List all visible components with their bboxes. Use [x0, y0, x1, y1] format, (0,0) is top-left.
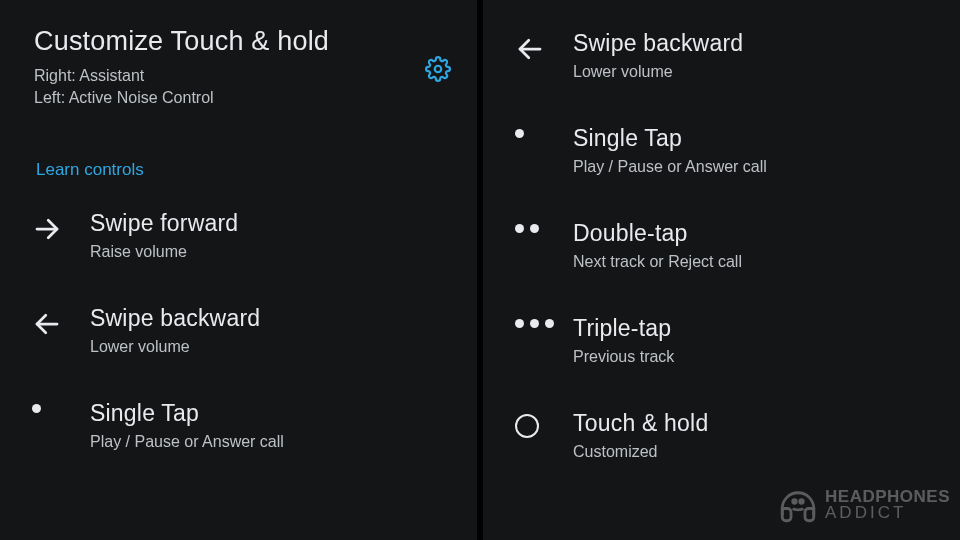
item-desc: Lower volume — [90, 338, 453, 356]
svg-point-4 — [793, 500, 797, 504]
single-dot-icon — [515, 125, 573, 138]
item-touch-hold[interactable]: Touch & hold Customized — [483, 388, 960, 483]
watermark: HEADPHONES ADDICT — [777, 484, 950, 526]
single-dot-icon — [32, 400, 90, 413]
watermark-top: HEADPHONES — [825, 489, 950, 505]
watermark-bottom: ADDICT — [825, 505, 950, 521]
item-title: Single Tap — [90, 400, 453, 427]
gesture-list-left: Swipe forward Raise volume Swipe backwar… — [0, 188, 477, 473]
svg-point-5 — [800, 500, 804, 504]
gear-icon[interactable] — [425, 56, 451, 82]
page-title: Customize Touch & hold — [34, 26, 449, 57]
item-desc: Customized — [573, 443, 936, 461]
svg-point-0 — [435, 66, 442, 73]
circle-icon — [515, 410, 573, 438]
item-title: Swipe backward — [573, 30, 936, 57]
item-single-tap[interactable]: Single Tap Play / Pause or Answer call — [0, 378, 477, 473]
settings-panel-left: Customize Touch & hold Right: Assistant … — [0, 0, 477, 540]
item-swipe-forward[interactable]: Swipe forward Raise volume — [0, 188, 477, 283]
item-text: Swipe forward Raise volume — [90, 210, 453, 261]
item-single-tap[interactable]: Single Tap Play / Pause or Answer call — [483, 103, 960, 198]
triple-dot-icon — [515, 315, 573, 328]
item-text: Swipe backward Lower volume — [90, 305, 453, 356]
item-title: Swipe forward — [90, 210, 453, 237]
item-text: Double-tap Next track or Reject call — [573, 220, 936, 271]
item-desc: Next track or Reject call — [573, 253, 936, 271]
learn-controls-link[interactable]: Learn controls — [36, 160, 477, 180]
item-desc: Previous track — [573, 348, 936, 366]
item-title: Double-tap — [573, 220, 936, 247]
item-title: Single Tap — [573, 125, 936, 152]
item-text: Touch & hold Customized — [573, 410, 936, 461]
item-title: Touch & hold — [573, 410, 936, 437]
item-swipe-backward[interactable]: Swipe backward Lower volume — [0, 283, 477, 378]
double-dot-icon — [515, 220, 573, 233]
item-text: Swipe backward Lower volume — [573, 30, 936, 81]
item-title: Swipe backward — [90, 305, 453, 332]
item-triple-tap[interactable]: Triple-tap Previous track — [483, 293, 960, 388]
arrow-right-icon — [32, 210, 90, 244]
gesture-list-right: Swipe backward Lower volume Single Tap P… — [483, 0, 960, 483]
subtitle-right: Right: Assistant — [34, 65, 449, 87]
item-desc: Raise volume — [90, 243, 453, 261]
item-double-tap[interactable]: Double-tap Next track or Reject call — [483, 198, 960, 293]
item-text: Single Tap Play / Pause or Answer call — [573, 125, 936, 176]
arrow-left-icon — [515, 30, 573, 64]
subtitle: Right: Assistant Left: Active Noise Cont… — [34, 65, 449, 108]
item-text: Single Tap Play / Pause or Answer call — [90, 400, 453, 451]
item-text: Triple-tap Previous track — [573, 315, 936, 366]
settings-panel-right: Swipe backward Lower volume Single Tap P… — [483, 0, 960, 540]
item-desc: Play / Pause or Answer call — [573, 158, 936, 176]
header: Customize Touch & hold Right: Assistant … — [0, 0, 477, 108]
item-desc: Lower volume — [573, 63, 936, 81]
headphones-icon — [777, 484, 819, 526]
item-desc: Play / Pause or Answer call — [90, 433, 453, 451]
item-title: Triple-tap — [573, 315, 936, 342]
arrow-left-icon — [32, 305, 90, 339]
subtitle-left: Left: Active Noise Control — [34, 87, 449, 109]
item-swipe-backward[interactable]: Swipe backward Lower volume — [483, 8, 960, 103]
